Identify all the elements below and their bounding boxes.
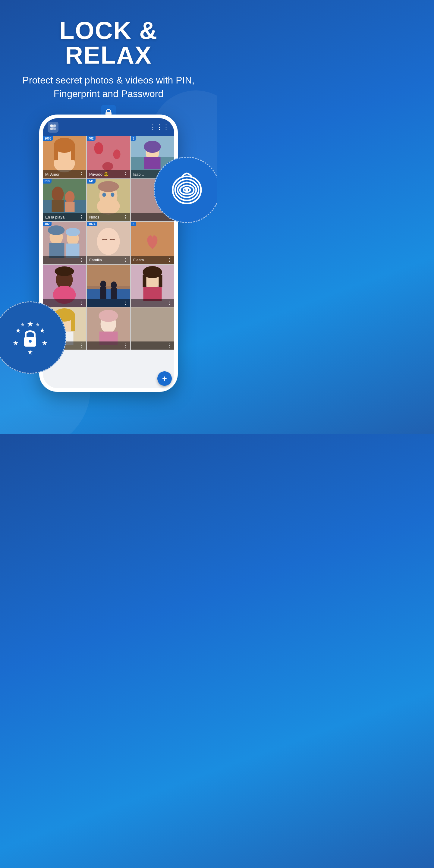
fingerprint-icon <box>167 170 207 210</box>
item-label: ⋮ <box>87 341 130 350</box>
item-menu[interactable]: ⋮ <box>123 172 128 177</box>
svg-rect-71 <box>111 288 117 299</box>
gallery-item[interactable]: ⋮ <box>131 307 174 350</box>
svg-point-58 <box>97 228 120 255</box>
item-badge: 402 <box>43 222 52 226</box>
svg-marker-6 <box>13 341 18 345</box>
svg-point-2 <box>29 340 32 343</box>
svg-point-47 <box>97 198 120 215</box>
svg-marker-4 <box>16 328 21 333</box>
item-label: En la playa ⋮ <box>43 213 86 221</box>
item-badge: 402 <box>87 136 96 141</box>
svg-rect-76 <box>159 275 162 287</box>
svg-point-0 <box>185 188 188 191</box>
gallery-item[interactable]: 402 Privado 😎 ⋮ <box>87 136 130 179</box>
item-label: ⋮ <box>43 256 86 264</box>
svg-point-52 <box>48 225 65 235</box>
item-label: Mi Amor ⋮ <box>43 170 86 179</box>
gallery-item[interactable]: ⋮ <box>87 307 130 350</box>
item-label: ⋮ <box>131 299 174 307</box>
item-label: ⋮ <box>131 341 174 350</box>
header-section: LOCK & RELAX Protect secret photos & vid… <box>0 0 217 110</box>
svg-marker-8 <box>28 350 33 354</box>
item-badge: 8 <box>131 222 136 226</box>
subtitle: Protect secret photos & videos with PIN,… <box>18 73 199 101</box>
svg-point-53 <box>66 228 80 236</box>
item-menu[interactable]: ⋮ <box>123 214 128 220</box>
svg-point-33 <box>144 141 161 153</box>
svg-rect-39 <box>65 202 75 212</box>
gallery-grid: 2006 Mi Amor ⋮ 402 <box>43 136 174 350</box>
svg-marker-9 <box>21 322 25 327</box>
item-label: Fiesta ⋮ <box>131 256 174 264</box>
app-logo <box>48 122 59 133</box>
svg-point-45 <box>102 193 106 197</box>
item-menu[interactable]: ⋮ <box>79 172 84 177</box>
svg-marker-7 <box>42 341 47 345</box>
item-label: Niños ⋮ <box>87 213 130 221</box>
svg-point-68 <box>100 281 106 288</box>
svg-rect-67 <box>87 265 130 289</box>
item-menu[interactable]: ⋮ <box>79 214 84 220</box>
item-badge: 813 <box>43 179 52 184</box>
fingerprint-badge <box>154 157 217 223</box>
svg-point-70 <box>111 281 117 289</box>
gallery-item[interactable]: 813 En la playa ⋮ <box>43 179 86 221</box>
svg-point-25 <box>94 142 103 154</box>
item-menu[interactable]: ⋮ <box>79 343 84 348</box>
svg-rect-82 <box>71 316 75 331</box>
svg-rect-32 <box>144 157 161 169</box>
item-menu[interactable]: ⋮ <box>79 257 84 263</box>
item-label: ⋮ <box>87 299 130 307</box>
gallery-item[interactable]: 141 Niños ⋮ <box>87 179 130 221</box>
svg-point-26 <box>113 150 121 159</box>
gallery-item[interactable]: ⋮ <box>131 265 174 307</box>
grid-menu-icon[interactable]: ⋮⋮⋮ <box>150 123 169 131</box>
gallery-item[interactable]: 2006 Mi Amor ⋮ <box>43 136 86 179</box>
gallery-item[interactable]: 402 ⋮ <box>43 222 86 264</box>
fab-plus-icon: + <box>162 374 167 383</box>
item-label: ⋮ <box>43 299 86 307</box>
app-header: ⋮⋮⋮ <box>43 118 174 136</box>
item-menu[interactable]: ⋮ <box>167 300 172 306</box>
item-label: Privado 😎 ⋮ <box>87 170 130 179</box>
item-badge: 141 <box>87 179 96 184</box>
svg-marker-10 <box>36 322 40 327</box>
svg-point-86 <box>99 310 118 322</box>
item-menu[interactable]: ⋮ <box>167 257 172 263</box>
svg-rect-22 <box>71 145 75 160</box>
item-menu[interactable]: ⋮ <box>123 343 128 348</box>
gallery-item[interactable]: ⋮ <box>87 265 130 307</box>
fab-add-button[interactable]: + <box>157 371 172 386</box>
lock-stars-icon <box>9 316 51 359</box>
gallery-item[interactable]: ⋮ <box>43 265 86 307</box>
svg-point-44 <box>98 181 119 192</box>
svg-point-64 <box>55 267 74 276</box>
svg-point-36 <box>52 187 64 202</box>
item-badge: 3 <box>131 136 136 141</box>
svg-rect-38 <box>52 200 64 212</box>
main-title: LOCK & RELAX <box>18 18 199 67</box>
gallery-item[interactable]: 1074 Familia ⋮ <box>87 222 130 264</box>
item-badge: 2006 <box>43 136 53 141</box>
svg-marker-3 <box>27 321 33 327</box>
app-logo-icon <box>50 124 56 130</box>
item-label: Familia ⋮ <box>87 256 130 264</box>
svg-point-46 <box>111 193 115 197</box>
svg-point-16 <box>52 126 54 128</box>
item-menu[interactable]: ⋮ <box>123 257 128 263</box>
item-badge: 1074 <box>87 222 97 226</box>
svg-point-37 <box>65 191 75 203</box>
gallery-item[interactable]: 8 Fiesta ⋮ <box>131 222 174 264</box>
svg-rect-75 <box>143 275 147 287</box>
svg-rect-69 <box>100 287 106 299</box>
item-menu[interactable]: ⋮ <box>123 300 128 306</box>
item-menu[interactable]: ⋮ <box>79 300 84 306</box>
svg-point-27 <box>102 162 113 170</box>
svg-marker-5 <box>40 328 44 333</box>
item-menu[interactable]: ⋮ <box>167 343 172 348</box>
svg-rect-21 <box>54 145 58 160</box>
